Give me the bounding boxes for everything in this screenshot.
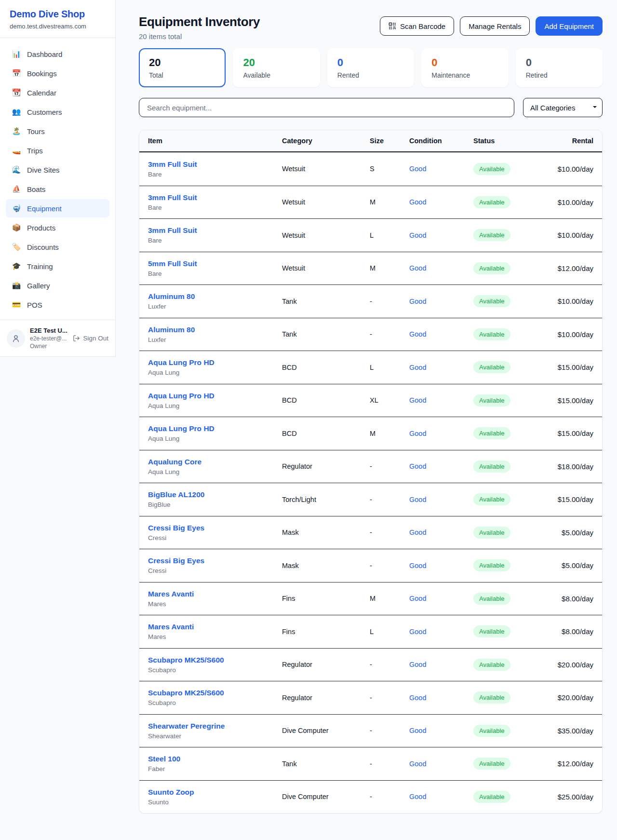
item-name-link[interactable]: 5mm Full Suit <box>148 259 282 268</box>
sidebar-item-calendar[interactable]: 📆 Calendar <box>6 83 109 102</box>
size-cell: M <box>370 430 409 437</box>
shop-name[interactable]: Demo Dive Shop <box>10 9 106 20</box>
stat-card-maintenance[interactable]: 0 Maintenance <box>421 48 508 87</box>
condition-link[interactable]: Good <box>409 264 473 272</box>
avatar <box>7 329 25 348</box>
nav-icon: 🚤 <box>12 146 21 155</box>
add-equipment-button[interactable]: Add Equipment <box>536 16 603 36</box>
item-name-link[interactable]: Aqualung Core <box>148 458 282 466</box>
sidebar-item-trips[interactable]: 🚤 Trips <box>6 141 109 160</box>
rental-cell: $15.00/day <box>552 429 593 437</box>
sidebar-item-label: Products <box>27 224 55 232</box>
status-badge: Available <box>473 725 510 737</box>
stat-card-total[interactable]: 20 Total <box>139 48 226 87</box>
condition-link[interactable]: Good <box>409 793 473 800</box>
item-brand: Mares <box>148 600 282 608</box>
category-cell: Tank <box>282 760 370 768</box>
item-name-link[interactable]: 3mm Full Suit <box>148 160 282 169</box>
sidebar-item-equipment[interactable]: 🤿 Equipment <box>6 199 109 217</box>
sidebar-item-tours[interactable]: 🏝️ Tours <box>6 122 109 140</box>
search-input[interactable] <box>139 98 514 117</box>
condition-link[interactable]: Good <box>409 298 473 305</box>
manage-rentals-button[interactable]: Manage Rentals <box>460 16 530 36</box>
condition-link[interactable]: Good <box>409 694 473 702</box>
size-cell: L <box>370 231 409 239</box>
sign-out-button[interactable]: Sign Out <box>73 335 108 342</box>
sidebar-item-dashboard[interactable]: 📊 Dashboard <box>6 45 109 63</box>
item-name-link[interactable]: Aluminum 80 <box>148 292 282 301</box>
item-cell: Aluminum 80 Luxfer <box>148 325 282 343</box>
condition-link[interactable]: Good <box>409 165 473 173</box>
stat-card-available[interactable]: 20 Available <box>233 48 320 87</box>
sidebar-item-discounts[interactable]: 🏷️ Discounts <box>6 238 109 256</box>
sidebar-item-dive-sites[interactable]: 🌊 Dive Sites <box>6 161 109 179</box>
sidebar-item-training[interactable]: 🎓 Training <box>6 257 109 275</box>
rental-cell: $15.00/day <box>552 495 593 503</box>
condition-link[interactable]: Good <box>409 562 473 569</box>
category-cell: Dive Computer <box>282 727 370 734</box>
sidebar-item-label: Boats <box>27 185 45 193</box>
sidebar-item-customers[interactable]: 👥 Customers <box>6 103 109 121</box>
item-name-link[interactable]: Aqua Lung Pro HD <box>148 392 282 400</box>
rental-cell: $20.00/day <box>552 693 593 702</box>
size-cell: - <box>370 694 409 702</box>
item-name-link[interactable]: Cressi Big Eyes <box>148 524 282 532</box>
condition-link[interactable]: Good <box>409 661 473 668</box>
condition-link[interactable]: Good <box>409 496 473 503</box>
item-name-link[interactable]: Scubapro MK25/S600 <box>148 656 282 664</box>
condition-link[interactable]: Good <box>409 396 473 404</box>
sidebar-item-label: POS <box>27 301 42 309</box>
stat-card-rented[interactable]: 0 Rented <box>327 48 414 87</box>
status-cell: Available <box>473 163 552 175</box>
stat-card-retired[interactable]: 0 Retired <box>516 48 603 87</box>
item-brand: Cressi <box>148 534 282 542</box>
rental-cell: $5.00/day <box>552 528 593 537</box>
scan-barcode-button[interactable]: Scan Barcode <box>380 16 454 36</box>
table-row: Shearwater Peregrine Shearwater Dive Com… <box>139 714 602 747</box>
condition-link[interactable]: Good <box>409 595 473 602</box>
item-name-link[interactable]: Aqua Lung Pro HD <box>148 358 282 367</box>
item-name-link[interactable]: BigBlue AL1200 <box>148 490 282 499</box>
sidebar-item-boats[interactable]: ⛵ Boats <box>6 180 109 198</box>
condition-link[interactable]: Good <box>409 430 473 437</box>
sidebar-item-gallery[interactable]: 📸 Gallery <box>6 276 109 295</box>
condition-link[interactable]: Good <box>409 330 473 338</box>
item-name-link[interactable]: 3mm Full Suit <box>148 226 282 235</box>
item-name-link[interactable]: Shearwater Peregrine <box>148 722 282 731</box>
category-cell: Tank <box>282 330 370 338</box>
condition-link[interactable]: Good <box>409 528 473 536</box>
status-badge: Available <box>473 559 510 571</box>
item-name-link[interactable]: Mares Avanti <box>148 623 282 631</box>
item-name-link[interactable]: Mares Avanti <box>148 590 282 598</box>
item-name-link[interactable]: Cressi Big Eyes <box>148 556 282 565</box>
condition-link[interactable]: Good <box>409 364 473 371</box>
condition-link[interactable]: Good <box>409 760 473 768</box>
item-name-link[interactable]: Suunto Zoop <box>148 788 282 797</box>
category-cell: Regulator <box>282 661 370 668</box>
item-name-link[interactable]: 3mm Full Suit <box>148 193 282 202</box>
item-name-link[interactable]: Aluminum 80 <box>148 325 282 334</box>
category-cell: Fins <box>282 628 370 636</box>
column-header-category: Category <box>282 137 370 145</box>
table-row: Scubapro MK25/S600 Scubapro Regulator - … <box>139 681 602 714</box>
condition-link[interactable]: Good <box>409 628 473 636</box>
condition-link[interactable]: Good <box>409 198 473 206</box>
rental-cell: $8.00/day <box>552 595 593 603</box>
category-select[interactable]: All Categories <box>523 98 603 117</box>
condition-link[interactable]: Good <box>409 462 473 470</box>
stat-value: 0 <box>431 56 498 69</box>
item-name-link[interactable]: Aqua Lung Pro HD <box>148 424 282 433</box>
status-cell: Available <box>473 295 552 307</box>
item-name-link[interactable]: Steel 100 <box>148 755 282 763</box>
sidebar-item-bookings[interactable]: 📅 Bookings <box>6 64 109 82</box>
condition-link[interactable]: Good <box>409 727 473 734</box>
column-header-condition: Condition <box>409 137 473 145</box>
item-name-link[interactable]: Scubapro MK25/S600 <box>148 689 282 697</box>
sidebar-item-products[interactable]: 📦 Products <box>6 218 109 237</box>
sidebar-item-pos[interactable]: 💳 POS <box>6 296 109 314</box>
table-row: Steel 100 Faber Tank - Good Available $1… <box>139 747 602 780</box>
condition-link[interactable]: Good <box>409 231 473 239</box>
nav-icon: 🤿 <box>12 204 21 213</box>
rental-cell: $10.00/day <box>552 165 593 173</box>
table-row: Scubapro MK25/S600 Scubapro Regulator - … <box>139 648 602 681</box>
